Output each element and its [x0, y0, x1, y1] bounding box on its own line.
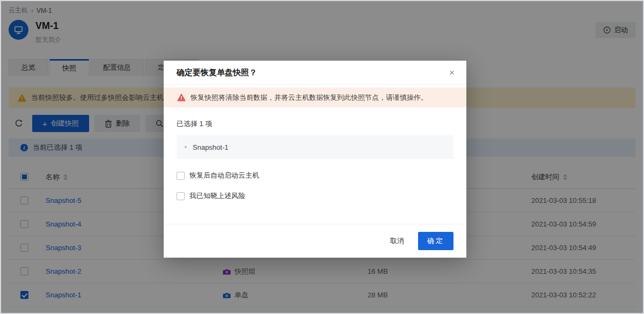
dialog-title: 确定要恢复单盘快照？	[177, 68, 257, 78]
selected-snapshot-name: Snapshot-1	[193, 143, 229, 151]
app-window: 云主机 › VM-1 VM-1 暂无简介 启动 总览 快照 配置信息 定时任务	[0, 0, 644, 314]
autostart-label: 恢复后自动启动云主机	[189, 171, 259, 180]
confirm-button[interactable]: 确定	[418, 232, 453, 250]
risk-option: 我已知晓上述风险	[177, 191, 453, 201]
restore-snapshot-dialog: 确定要恢复单盘快照？ × 恢复快照将清除当前数据，并将云主机数据恢复到此快照节点…	[164, 61, 466, 258]
bullet-icon	[185, 146, 187, 148]
selected-item-box: Snapshot-1	[177, 135, 453, 159]
risk-checkbox[interactable]	[177, 192, 185, 200]
dialog-body: 已选择 1 项 Snapshot-1 恢复后自动启动云主机 我已知晓上述风险	[164, 107, 466, 201]
autostart-option: 恢复后自动启动云主机	[177, 171, 453, 180]
cancel-button[interactable]: 取消	[384, 232, 411, 250]
risk-label: 我已知晓上述风险	[189, 191, 245, 201]
autostart-checkbox[interactable]	[177, 172, 185, 180]
close-icon[interactable]: ×	[446, 67, 458, 79]
alert-triangle-icon	[177, 93, 186, 101]
dialog-alert-text: 恢复快照将清除当前数据，并将云主机数据恢复到此快照节点，请谨慎操作。	[191, 93, 428, 103]
dialog-footer: 取消 确定	[164, 224, 466, 258]
selected-count-label: 已选择 1 项	[177, 119, 453, 129]
dialog-header: 确定要恢复单盘快照？ ×	[164, 61, 466, 85]
dialog-danger-alert: 恢复快照将清除当前数据，并将云主机数据恢复到此快照节点，请谨慎操作。	[164, 87, 466, 107]
